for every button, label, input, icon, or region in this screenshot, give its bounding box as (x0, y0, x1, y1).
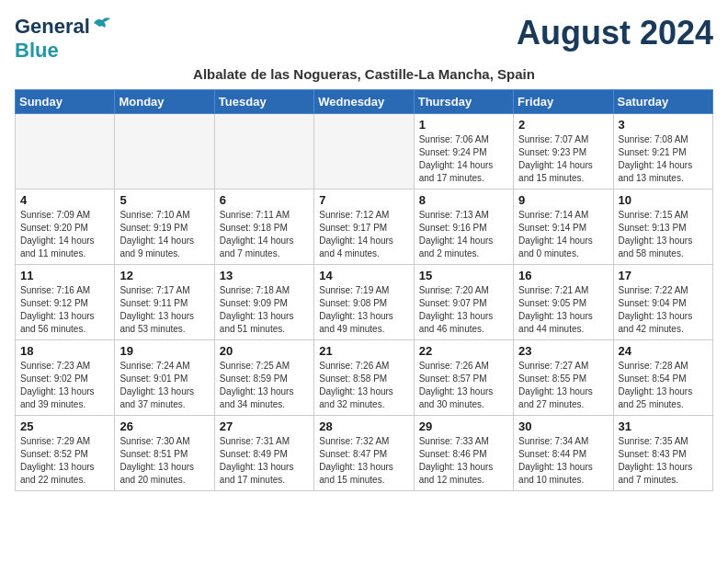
day-info: Sunrise: 7:35 AMSunset: 8:43 PMDaylight:… (619, 435, 708, 487)
calendar-week-row: 25 Sunrise: 7:29 AMSunset: 8:52 PMDaylig… (16, 416, 713, 491)
day-info: Sunrise: 7:09 AMSunset: 9:20 PMDaylight:… (20, 209, 109, 260)
day-header-wednesday: Wednesday (314, 90, 414, 114)
calendar-cell (214, 114, 313, 190)
title-section: August 2024 (517, 15, 713, 52)
day-info: Sunrise: 7:14 AMSunset: 9:14 PMDaylight:… (518, 209, 608, 260)
day-info: Sunrise: 7:22 AMSunset: 9:04 PMDaylight:… (619, 284, 708, 336)
calendar-week-row: 11 Sunrise: 7:16 AMSunset: 9:12 PMDaylig… (16, 265, 713, 340)
day-number: 27 (220, 419, 309, 433)
calendar-cell: 24 Sunrise: 7:28 AMSunset: 8:54 PMDaylig… (613, 340, 712, 416)
day-info: Sunrise: 7:19 AMSunset: 9:08 PMDaylight:… (319, 284, 408, 336)
day-number: 20 (220, 344, 309, 358)
day-number: 28 (319, 419, 408, 433)
day-header-friday: Friday (514, 90, 613, 114)
calendar-cell (314, 114, 414, 190)
calendar-table: SundayMondayTuesdayWednesdayThursdayFrid… (15, 89, 713, 491)
day-number: 8 (419, 193, 508, 207)
calendar-cell: 10 Sunrise: 7:15 AMSunset: 9:13 PMDaylig… (613, 190, 712, 265)
calendar-cell: 26 Sunrise: 7:30 AMSunset: 8:51 PMDaylig… (115, 416, 214, 491)
calendar-cell (115, 114, 214, 190)
calendar-cell: 15 Sunrise: 7:20 AMSunset: 9:07 PMDaylig… (414, 265, 513, 340)
day-number: 22 (419, 344, 508, 358)
calendar-cell: 5 Sunrise: 7:10 AMSunset: 9:19 PMDayligh… (115, 190, 214, 265)
day-number: 19 (119, 344, 209, 358)
main-title: August 2024 (517, 15, 713, 52)
day-info: Sunrise: 7:23 AMSunset: 9:02 PMDaylight:… (20, 360, 109, 411)
day-number: 24 (619, 344, 708, 358)
day-number: 18 (20, 344, 109, 358)
calendar-cell: 21 Sunrise: 7:26 AMSunset: 8:58 PMDaylig… (314, 340, 414, 416)
day-number: 26 (119, 419, 209, 433)
day-number: 21 (319, 344, 408, 358)
day-number: 6 (220, 193, 309, 207)
day-info: Sunrise: 7:31 AMSunset: 8:49 PMDaylight:… (220, 435, 309, 487)
day-info: Sunrise: 7:06 AMSunset: 9:24 PMDaylight:… (419, 133, 508, 185)
logo: General Blue (15, 15, 112, 63)
day-number: 23 (518, 344, 608, 358)
day-header-tuesday: Tuesday (214, 90, 313, 114)
day-info: Sunrise: 7:15 AMSunset: 9:13 PMDaylight:… (619, 209, 708, 260)
calendar-cell: 9 Sunrise: 7:14 AMSunset: 9:14 PMDayligh… (514, 190, 613, 265)
calendar-header-row: SundayMondayTuesdayWednesdayThursdayFrid… (16, 90, 713, 114)
day-info: Sunrise: 7:24 AMSunset: 9:01 PMDaylight:… (119, 360, 209, 411)
day-info: Sunrise: 7:28 AMSunset: 8:54 PMDaylight:… (619, 360, 708, 411)
calendar-week-row: 4 Sunrise: 7:09 AMSunset: 9:20 PMDayligh… (16, 190, 713, 265)
day-info: Sunrise: 7:10 AMSunset: 9:19 PMDaylight:… (119, 209, 209, 260)
logo-general: General (15, 15, 90, 39)
day-header-saturday: Saturday (613, 90, 712, 114)
day-number: 3 (619, 118, 708, 132)
calendar-cell: 7 Sunrise: 7:12 AMSunset: 9:17 PMDayligh… (314, 190, 414, 265)
day-number: 1 (419, 118, 508, 132)
calendar-cell: 20 Sunrise: 7:25 AMSunset: 8:59 PMDaylig… (214, 340, 313, 416)
day-number: 10 (619, 193, 708, 207)
logo-blue-text: Blue (15, 39, 59, 62)
day-info: Sunrise: 7:32 AMSunset: 8:47 PMDaylight:… (319, 435, 408, 487)
day-number: 2 (518, 118, 608, 132)
calendar-cell: 4 Sunrise: 7:09 AMSunset: 9:20 PMDayligh… (16, 190, 115, 265)
day-info: Sunrise: 7:26 AMSunset: 8:57 PMDaylight:… (419, 360, 508, 411)
day-info: Sunrise: 7:08 AMSunset: 9:21 PMDaylight:… (619, 133, 708, 185)
calendar-cell: 12 Sunrise: 7:17 AMSunset: 9:11 PMDaylig… (115, 265, 214, 340)
day-info: Sunrise: 7:21 AMSunset: 9:05 PMDaylight:… (518, 284, 608, 336)
day-header-thursday: Thursday (414, 90, 513, 114)
day-info: Sunrise: 7:17 AMSunset: 9:11 PMDaylight:… (119, 284, 209, 336)
day-number: 4 (20, 193, 109, 207)
calendar-cell: 13 Sunrise: 7:18 AMSunset: 9:09 PMDaylig… (214, 265, 313, 340)
calendar-cell: 1 Sunrise: 7:06 AMSunset: 9:24 PMDayligh… (414, 114, 513, 190)
day-info: Sunrise: 7:34 AMSunset: 8:44 PMDaylight:… (518, 435, 608, 487)
day-number: 29 (419, 419, 508, 433)
day-info: Sunrise: 7:25 AMSunset: 8:59 PMDaylight:… (220, 360, 309, 411)
day-info: Sunrise: 7:11 AMSunset: 9:18 PMDaylight:… (220, 209, 309, 260)
calendar-cell: 27 Sunrise: 7:31 AMSunset: 8:49 PMDaylig… (214, 416, 313, 491)
day-number: 31 (619, 419, 708, 433)
calendar-cell: 16 Sunrise: 7:21 AMSunset: 9:05 PMDaylig… (514, 265, 613, 340)
calendar-cell: 3 Sunrise: 7:08 AMSunset: 9:21 PMDayligh… (613, 114, 712, 190)
day-number: 25 (20, 419, 109, 433)
day-info: Sunrise: 7:18 AMSunset: 9:09 PMDaylight:… (220, 284, 309, 336)
day-info: Sunrise: 7:29 AMSunset: 8:52 PMDaylight:… (20, 435, 109, 487)
calendar-cell: 11 Sunrise: 7:16 AMSunset: 9:12 PMDaylig… (16, 265, 115, 340)
calendar-cell: 17 Sunrise: 7:22 AMSunset: 9:04 PMDaylig… (613, 265, 712, 340)
calendar-cell: 22 Sunrise: 7:26 AMSunset: 8:57 PMDaylig… (414, 340, 513, 416)
calendar-cell: 18 Sunrise: 7:23 AMSunset: 9:02 PMDaylig… (16, 340, 115, 416)
day-number: 14 (319, 269, 408, 282)
day-info: Sunrise: 7:33 AMSunset: 8:46 PMDaylight:… (419, 435, 508, 487)
calendar-cell: 25 Sunrise: 7:29 AMSunset: 8:52 PMDaylig… (16, 416, 115, 491)
calendar-cell: 30 Sunrise: 7:34 AMSunset: 8:44 PMDaylig… (514, 416, 613, 491)
calendar-cell: 2 Sunrise: 7:07 AMSunset: 9:23 PMDayligh… (514, 114, 613, 190)
calendar-cell (16, 114, 115, 190)
calendar-cell: 31 Sunrise: 7:35 AMSunset: 8:43 PMDaylig… (613, 416, 712, 491)
logo-bird-icon (92, 16, 112, 30)
day-header-monday: Monday (115, 90, 214, 114)
calendar-cell: 23 Sunrise: 7:27 AMSunset: 8:55 PMDaylig… (514, 340, 613, 416)
day-number: 15 (419, 269, 508, 282)
day-info: Sunrise: 7:12 AMSunset: 9:17 PMDaylight:… (319, 209, 408, 260)
calendar-cell: 19 Sunrise: 7:24 AMSunset: 9:01 PMDaylig… (115, 340, 214, 416)
day-info: Sunrise: 7:27 AMSunset: 8:55 PMDaylight:… (518, 360, 608, 411)
day-number: 13 (220, 269, 309, 282)
calendar-cell: 29 Sunrise: 7:33 AMSunset: 8:46 PMDaylig… (414, 416, 513, 491)
day-header-sunday: Sunday (16, 90, 115, 114)
day-number: 30 (518, 419, 608, 433)
day-number: 16 (518, 269, 608, 282)
subtitle: Albalate de las Nogueras, Castille-La Ma… (15, 66, 713, 82)
